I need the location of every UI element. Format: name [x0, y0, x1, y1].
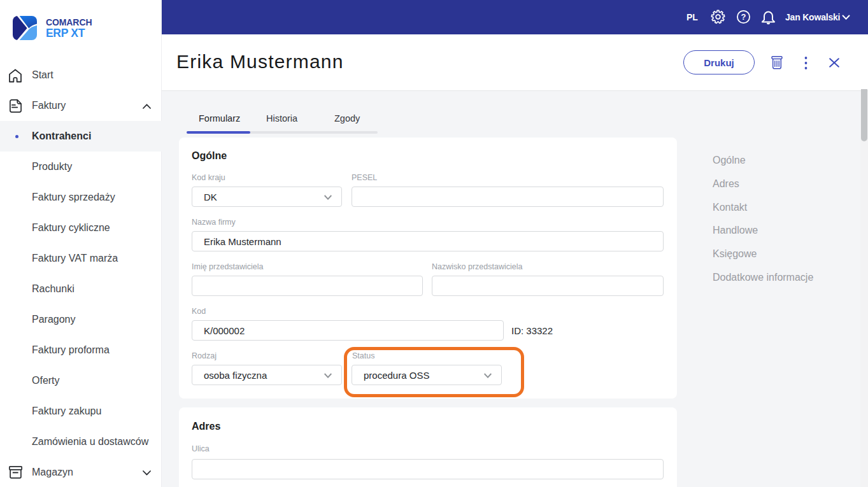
svg-text:?: ?	[741, 12, 746, 22]
